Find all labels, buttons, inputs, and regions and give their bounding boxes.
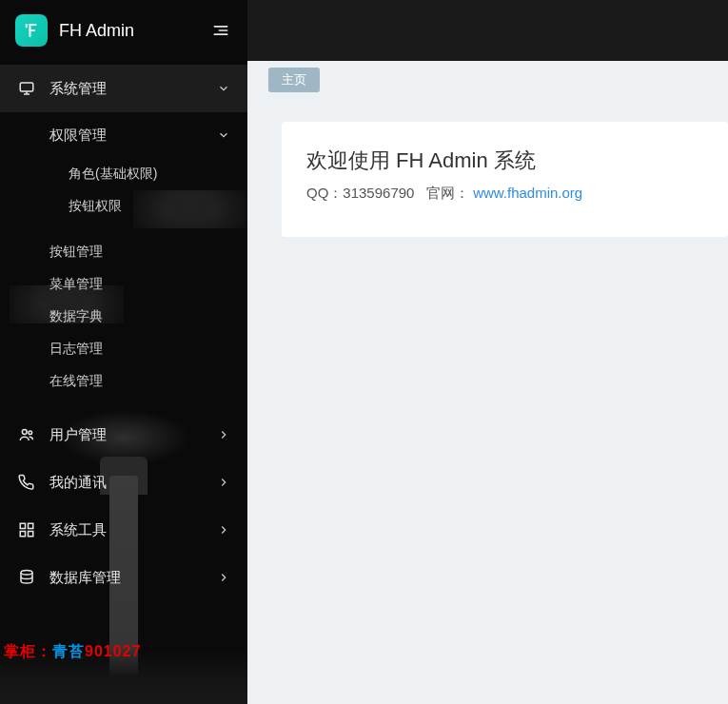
tabbar-spacer [261,68,268,91]
sidebar-item-tools[interactable]: 系统工具 [0,506,247,554]
svg-point-7 [29,431,32,435]
svg-rect-9 [29,523,33,528]
tab-label: 主页 [282,72,306,87]
topbar [247,0,728,61]
sidebar-subsubitem-label: 角色(基础权限) [69,166,157,183]
database-icon [17,568,36,587]
sidebar-item-label: 系统管理 [49,80,217,98]
chevron-right-icon [217,571,230,584]
svg-point-6 [22,430,27,435]
sidebar-subsubitem-role-permission[interactable]: 角色(基础权限) [0,158,247,190]
welcome-title: 欢迎使用 FH Admin 系统 [306,147,703,175]
sidebar-item-label: 用户管理 [49,426,217,444]
sidebar-item-label: 我的通讯 [49,474,217,492]
watermark-prefix: 掌柜： [4,643,52,659]
sidebar-subitem-label: 按钮管理 [49,244,103,261]
phone-icon [17,473,36,492]
grid-icon [17,520,36,539]
svg-rect-10 [20,532,25,537]
brand-title: FH Admin [59,21,134,41]
nav: 系统管理 权限管理 角色(基础权限) 按钮权限 [0,61,247,601]
sidebar-subitem-data-dict[interactable]: 数据字典 [0,301,247,333]
svg-rect-11 [29,532,33,537]
sidebar-subitem-label: 日志管理 [49,341,103,358]
qq-label: QQ： [306,185,343,201]
watermark-name: 青苔 [52,643,85,659]
menu-collapse-icon [211,21,230,40]
welcome-card: 欢迎使用 FH Admin 系统 QQ：313596790 官网： www.fh… [282,122,728,237]
sidebar-subitem-online-mgmt[interactable]: 在线管理 [0,365,247,398]
chevron-right-icon [217,428,230,441]
users-icon [17,425,36,444]
svg-rect-3 [20,83,33,91]
site-label: 官网： [426,185,469,201]
system-subgroup: 权限管理 角色(基础权限) 按钮权限 按钮管理 菜单管理 [0,112,247,398]
tabbar: 主页 [247,61,728,99]
sidebar-item-system[interactable]: 系统管理 [0,65,247,112]
sidebar-item-label: 系统工具 [49,521,217,539]
svg-rect-8 [20,523,25,528]
chevron-right-icon [217,523,230,537]
brand-row: FH Admin [0,0,247,61]
sidebar-subitem-menu-mgmt[interactable]: 菜单管理 [0,268,247,301]
sidebar-subitem-button-mgmt[interactable]: 按钮管理 [0,236,247,268]
site-link[interactable]: www.fhadmin.org [473,185,582,201]
sidebar-subsubitem-button-permission[interactable]: 按钮权限 [0,190,247,223]
qq-value: 313596790 [343,185,414,201]
sidebar-subitem-label: 在线管理 [49,373,103,390]
sidebar-item-db[interactable]: 数据库管理 [0,554,247,601]
sidebar-subitem-label: 菜单管理 [49,276,103,293]
watermark: 掌柜：青苔901027 [4,642,141,662]
chevron-down-icon [217,82,230,95]
sidebar-item-comm[interactable]: 我的通讯 [0,459,247,506]
brand-logo[interactable] [15,14,48,47]
chevron-down-icon [217,128,230,142]
sidebar-item-user[interactable]: 用户管理 [0,411,247,459]
logo-glyph-icon [23,22,40,39]
tab-home[interactable]: 主页 [268,68,320,92]
sidebar-subitem-label: 权限管理 [49,127,217,145]
sidebar-item-label: 数据库管理 [49,569,217,587]
monitor-icon [17,79,36,98]
sidebar-subitem-log-mgmt[interactable]: 日志管理 [0,333,247,365]
collapse-sidebar-button[interactable] [209,19,232,42]
sidebar: FH Admin 系统管理 [0,0,247,704]
welcome-subline: QQ：313596790 官网： www.fhadmin.org [306,185,703,203]
content-area: 欢迎使用 FH Admin 系统 QQ：313596790 官网： www.fh… [247,99,728,704]
chevron-right-icon [217,476,230,489]
watermark-code: 901027 [85,643,141,659]
sidebar-subitem-permission[interactable]: 权限管理 [0,112,247,158]
sidebar-subsubitem-label: 按钮权限 [69,198,122,215]
svg-point-12 [21,571,32,576]
sidebar-subitem-label: 数据字典 [49,308,103,325]
